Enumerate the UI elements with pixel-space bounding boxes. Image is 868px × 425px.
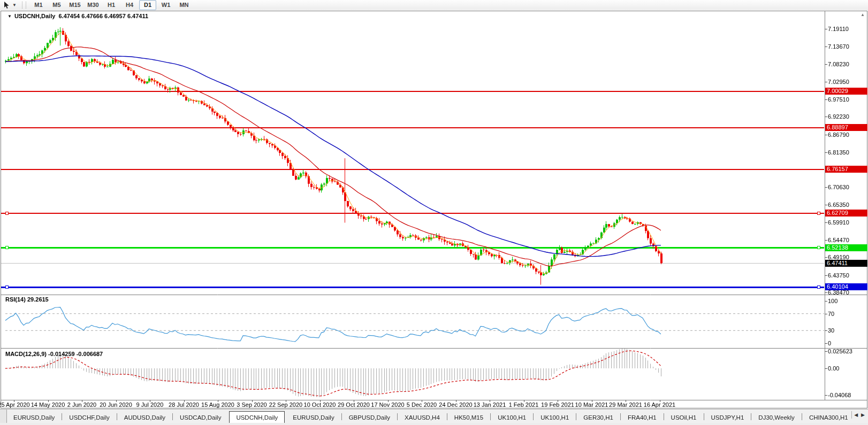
timeframe-button-d1[interactable]: D1 <box>139 0 156 10</box>
timeframe-button-mn[interactable]: MN <box>176 0 193 10</box>
level-price-tag[interactable]: 6.40104 <box>825 283 867 290</box>
tab-usdjpy-h1[interactable]: USDJPY,H1 <box>705 412 751 423</box>
line-handle[interactable] <box>817 285 820 289</box>
tab-usoil-h1[interactable]: USOil,H1 <box>665 412 703 423</box>
tab-separator <box>490 413 491 420</box>
cursor-tool-icon[interactable] <box>2 1 11 10</box>
tab-eurusd-daily[interactable]: EURUSD,Daily <box>286 412 340 423</box>
macd-tick-label: -0.04068 <box>828 392 867 398</box>
collapse-triangle-icon[interactable]: ▼ <box>7 14 12 19</box>
tab-separator <box>704 413 704 420</box>
level-price-tag[interactable]: 6.88897 <box>825 124 867 131</box>
price-tick-label: 6.92230 <box>828 113 867 120</box>
price-tick-label: 6.59910 <box>828 219 867 226</box>
price-tick-label: 6.81350 <box>828 149 867 156</box>
level-price-tag[interactable]: 6.62709 <box>825 210 867 217</box>
tabbar-grip <box>0 409 7 423</box>
tabs-scroll-right-icon[interactable]: ▶ <box>861 412 865 418</box>
price-tick-label: 7.13670 <box>828 43 867 50</box>
price-tick-label: 6.70630 <box>828 184 867 190</box>
timeframe-buttons: M1M5M15M30H1H4D1W1MN <box>29 0 193 10</box>
timeframe-button-h4[interactable]: H4 <box>121 0 138 10</box>
macd-tick-label: 0.00 <box>828 365 867 372</box>
status-strip <box>0 423 868 425</box>
line-handle[interactable] <box>5 246 9 249</box>
tab-fra40-h1[interactable]: FRA40,H1 <box>621 412 663 423</box>
tab-eurusd-daily[interactable]: EURUSD,Daily <box>7 412 61 423</box>
tab-separator <box>341 413 342 420</box>
tab-separator <box>664 413 664 420</box>
tab-separator <box>802 413 802 420</box>
price-tick-label: 6.97510 <box>828 96 867 103</box>
rsi-tick-label: 70 <box>828 311 867 317</box>
price-tick-label: 6.54470 <box>828 237 867 243</box>
timeframe-button-m15[interactable]: M15 <box>66 0 83 10</box>
top-toolbar: ▼ M1M5M15M30H1H4D1W1MN <box>0 0 868 11</box>
caret-down-icon[interactable]: ▼ <box>11 3 18 7</box>
chart-tabs-bar: EURUSD,DailyUSDCHF,DailyAUDUSD,DailyUSDC… <box>0 409 868 423</box>
price-tick-label: 6.86790 <box>828 132 867 138</box>
tab-usdcnh-daily[interactable]: USDCNH,Daily <box>229 411 285 423</box>
rsi-value: 29.2615 <box>27 296 49 303</box>
level-price-tag[interactable]: 6.52138 <box>825 244 867 251</box>
price-chart-canvas[interactable] <box>0 10 868 409</box>
timeframe-button-m30[interactable]: M30 <box>85 0 102 10</box>
tab-audusd-daily[interactable]: AUDUSD,Daily <box>118 412 172 423</box>
tab-uk100-h1[interactable]: UK100,H1 <box>491 412 532 423</box>
line-handle[interactable] <box>5 285 9 289</box>
line-handle[interactable] <box>817 246 820 249</box>
tab-hk50-m15[interactable]: HK50,M15 <box>448 412 490 423</box>
tab-separator <box>751 413 751 420</box>
rsi-label: RSI(14) 29.2615 <box>5 296 49 303</box>
chart-title: ▼USDCNH,Daily 6.47454 6.47666 6.46957 6.… <box>7 13 148 19</box>
ohlc-values: 6.47454 6.47666 6.46957 6.47411 <box>58 13 148 19</box>
line-handle[interactable] <box>5 212 9 215</box>
tab-separator <box>576 413 576 420</box>
current-price-tag: 6.47411 <box>825 260 867 267</box>
tab-gbpusd-daily[interactable]: GBPUSD,Daily <box>342 412 397 423</box>
tab-separator <box>533 413 534 420</box>
tab-separator <box>397 413 398 420</box>
toolbar-grip <box>22 2 26 9</box>
tab-separator <box>447 413 447 420</box>
timeframe-button-m1[interactable]: M1 <box>30 0 47 10</box>
rsi-tick-label: 100 <box>828 298 867 304</box>
price-tick-label: 7.19110 <box>828 26 867 32</box>
tab-usdcad-daily[interactable]: USDCAD,Daily <box>173 412 227 423</box>
macd-values: -0.014259 -0.006687 <box>48 351 103 357</box>
symbol-period-label: USDCNH,Daily <box>14 13 55 19</box>
tab-xauusd-h4[interactable]: XAUUSD,H4 <box>398 412 446 423</box>
price-tick-label: 7.08230 <box>828 61 867 67</box>
macd-label: MACD(12,26,9) -0.014259 -0.006687 <box>5 351 103 357</box>
axis-scroll-up-icon: ▲ <box>861 12 865 17</box>
date-label: 16 Apr 2021 <box>638 401 681 408</box>
level-price-tag[interactable]: 6.76157 <box>825 166 867 173</box>
tab-separator <box>172 413 173 420</box>
level-price-tag[interactable]: 7.00029 <box>825 88 867 95</box>
macd-tick-label: 0.025623 <box>828 348 867 354</box>
price-tick-label: 6.65350 <box>828 202 867 208</box>
rsi-tick-label: 0 <box>828 340 867 346</box>
timeframe-button-h1[interactable]: H1 <box>103 0 120 10</box>
rsi-tick-label: 30 <box>828 327 867 334</box>
timeframe-button-w1[interactable]: W1 <box>157 0 174 10</box>
tab-separator <box>620 413 621 420</box>
tab-scroll-buttons: ◀ ▶ <box>851 411 867 419</box>
tab-dj30-weekly[interactable]: DJ30,Weekly <box>752 412 801 423</box>
tab-usdchf-daily[interactable]: USDCHF,Daily <box>63 412 116 423</box>
tabs-scroll-left-icon[interactable]: ◀ <box>854 412 858 418</box>
tab-china300-h1[interactable]: CHINA300,H1 <box>803 412 850 423</box>
tab-ger30-h1[interactable]: GER30,H1 <box>577 412 620 423</box>
price-tick-label: 7.02950 <box>828 79 867 85</box>
line-handle[interactable] <box>817 212 820 215</box>
price-tick-label: 6.43750 <box>828 272 867 279</box>
timeframe-button-m5[interactable]: M5 <box>48 0 65 10</box>
tab-separator <box>62 413 62 420</box>
tab-uk100-h1[interactable]: UK100,H1 <box>534 412 575 423</box>
tab-separator <box>117 413 117 420</box>
